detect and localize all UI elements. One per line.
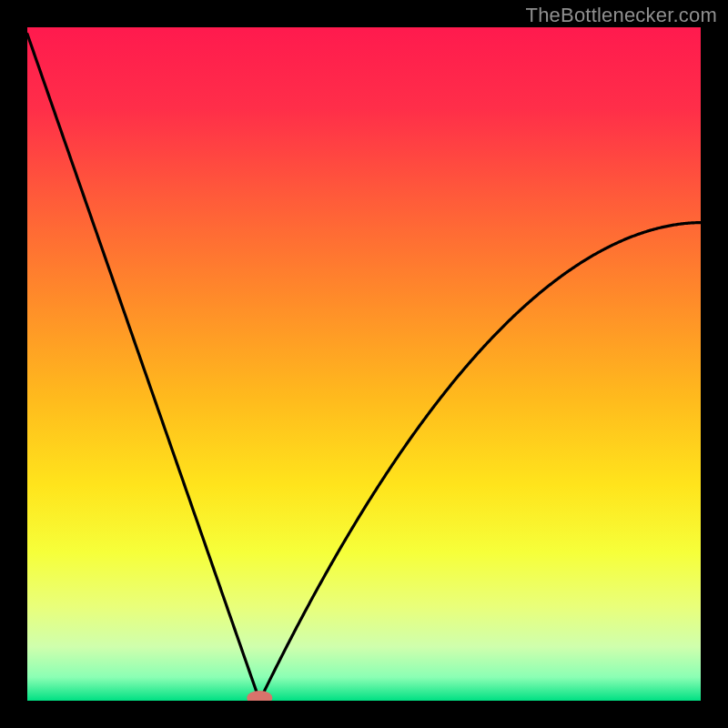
chart-frame: TheBottlenecker.com — [0, 0, 728, 728]
bottleneck-chart — [27, 27, 701, 701]
watermark-text: TheBottlenecker.com — [526, 4, 717, 27]
